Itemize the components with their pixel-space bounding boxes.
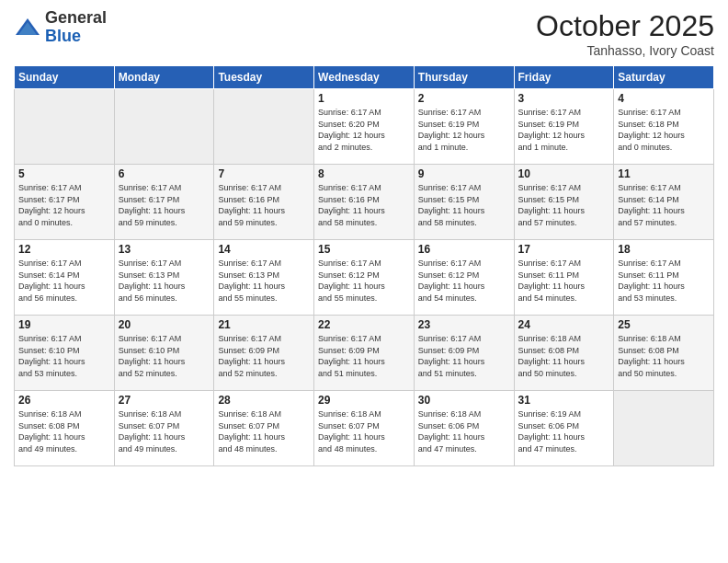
- day-info: Sunrise: 6:17 AM Sunset: 6:10 PM Dayligh…: [18, 333, 110, 379]
- day-number: 29: [318, 394, 410, 407]
- day-number: 27: [119, 394, 210, 407]
- calendar-cell: 21Sunrise: 6:17 AM Sunset: 6:09 PM Dayli…: [214, 316, 314, 391]
- day-number: 6: [119, 167, 210, 180]
- logo-text: General Blue: [45, 9, 107, 46]
- calendar-cell: [614, 391, 714, 466]
- calendar-cell: 1Sunrise: 6:17 AM Sunset: 6:20 PM Daylig…: [314, 89, 415, 165]
- day-number: 23: [418, 318, 510, 331]
- day-number: 18: [618, 243, 710, 256]
- calendar-cell: 29Sunrise: 6:18 AM Sunset: 6:07 PM Dayli…: [314, 391, 415, 466]
- day-info: Sunrise: 6:17 AM Sunset: 6:16 PM Dayligh…: [318, 182, 410, 228]
- day-info: Sunrise: 6:17 AM Sunset: 6:11 PM Dayligh…: [618, 258, 710, 304]
- day-number: 22: [318, 318, 410, 331]
- day-number: 30: [418, 394, 510, 407]
- logo-blue-text: Blue: [45, 28, 107, 46]
- day-number: 31: [518, 394, 610, 407]
- calendar-cell: 31Sunrise: 6:19 AM Sunset: 6:06 PM Dayli…: [514, 391, 614, 466]
- day-info: Sunrise: 6:17 AM Sunset: 6:14 PM Dayligh…: [18, 258, 110, 304]
- day-number: 1: [318, 92, 410, 105]
- day-info: Sunrise: 6:17 AM Sunset: 6:12 PM Dayligh…: [418, 258, 510, 304]
- day-number: 11: [618, 167, 710, 180]
- calendar-cell: 9Sunrise: 6:17 AM Sunset: 6:15 PM Daylig…: [414, 165, 514, 240]
- weekday-header-sunday: Sunday: [15, 66, 115, 89]
- day-info: Sunrise: 6:17 AM Sunset: 6:09 PM Dayligh…: [318, 333, 410, 379]
- calendar-cell: 15Sunrise: 6:17 AM Sunset: 6:12 PM Dayli…: [314, 240, 415, 316]
- week-row-0: 1Sunrise: 6:17 AM Sunset: 6:20 PM Daylig…: [15, 89, 714, 165]
- calendar-cell: 24Sunrise: 6:18 AM Sunset: 6:08 PM Dayli…: [514, 316, 614, 391]
- day-info: Sunrise: 6:18 AM Sunset: 6:08 PM Dayligh…: [18, 408, 110, 454]
- day-number: 14: [218, 243, 310, 256]
- day-info: Sunrise: 6:18 AM Sunset: 6:08 PM Dayligh…: [518, 333, 610, 379]
- day-number: 25: [618, 318, 710, 331]
- day-info: Sunrise: 6:17 AM Sunset: 6:17 PM Dayligh…: [119, 182, 210, 228]
- day-number: 28: [218, 394, 310, 407]
- day-number: 12: [18, 243, 110, 256]
- month-title: October 2025: [536, 9, 714, 43]
- day-number: 24: [518, 318, 610, 331]
- week-row-4: 26Sunrise: 6:18 AM Sunset: 6:08 PM Dayli…: [15, 391, 714, 466]
- day-info: Sunrise: 6:17 AM Sunset: 6:17 PM Dayligh…: [18, 182, 110, 228]
- calendar-cell: 25Sunrise: 6:18 AM Sunset: 6:08 PM Dayli…: [614, 316, 714, 391]
- day-info: Sunrise: 6:18 AM Sunset: 6:07 PM Dayligh…: [218, 408, 310, 454]
- logo: General Blue: [14, 9, 107, 46]
- calendar-page: General Blue October 2025 Tanhasso, Ivor…: [0, 0, 728, 563]
- day-number: 16: [418, 243, 510, 256]
- calendar-cell: 16Sunrise: 6:17 AM Sunset: 6:12 PM Dayli…: [414, 240, 514, 316]
- day-info: Sunrise: 6:17 AM Sunset: 6:09 PM Dayligh…: [418, 333, 510, 379]
- week-row-3: 19Sunrise: 6:17 AM Sunset: 6:10 PM Dayli…: [15, 316, 714, 391]
- calendar-cell: 5Sunrise: 6:17 AM Sunset: 6:17 PM Daylig…: [15, 165, 115, 240]
- day-info: Sunrise: 6:19 AM Sunset: 6:06 PM Dayligh…: [518, 408, 610, 454]
- location: Tanhasso, Ivory Coast: [536, 43, 714, 58]
- calendar-cell: 12Sunrise: 6:17 AM Sunset: 6:14 PM Dayli…: [15, 240, 115, 316]
- day-number: 2: [418, 92, 510, 105]
- day-info: Sunrise: 6:17 AM Sunset: 6:14 PM Dayligh…: [618, 182, 710, 228]
- day-info: Sunrise: 6:17 AM Sunset: 6:13 PM Dayligh…: [119, 258, 210, 304]
- day-number: 7: [218, 167, 310, 180]
- day-info: Sunrise: 6:17 AM Sunset: 6:20 PM Dayligh…: [318, 107, 410, 153]
- day-number: 21: [218, 318, 310, 331]
- day-info: Sunrise: 6:17 AM Sunset: 6:15 PM Dayligh…: [518, 182, 610, 228]
- day-number: 9: [418, 167, 510, 180]
- calendar-cell: 13Sunrise: 6:17 AM Sunset: 6:13 PM Dayli…: [114, 240, 214, 316]
- calendar-cell: [114, 89, 214, 165]
- calendar-cell: [214, 89, 314, 165]
- day-info: Sunrise: 6:17 AM Sunset: 6:11 PM Dayligh…: [518, 258, 610, 304]
- day-number: 19: [18, 318, 110, 331]
- day-number: 3: [518, 92, 610, 105]
- logo-general-text: General: [45, 9, 107, 28]
- calendar-cell: 14Sunrise: 6:17 AM Sunset: 6:13 PM Dayli…: [214, 240, 314, 316]
- day-number: 20: [119, 318, 210, 331]
- weekday-header-tuesday: Tuesday: [214, 66, 314, 89]
- day-number: 17: [518, 243, 610, 256]
- day-number: 26: [18, 394, 110, 407]
- day-info: Sunrise: 6:17 AM Sunset: 6:15 PM Dayligh…: [418, 182, 510, 228]
- weekday-header-thursday: Thursday: [414, 66, 514, 89]
- calendar-cell: 17Sunrise: 6:17 AM Sunset: 6:11 PM Dayli…: [514, 240, 614, 316]
- calendar-cell: 27Sunrise: 6:18 AM Sunset: 6:07 PM Dayli…: [114, 391, 214, 466]
- calendar-cell: 19Sunrise: 6:17 AM Sunset: 6:10 PM Dayli…: [15, 316, 115, 391]
- calendar-cell: 3Sunrise: 6:17 AM Sunset: 6:19 PM Daylig…: [514, 89, 614, 165]
- day-info: Sunrise: 6:17 AM Sunset: 6:19 PM Dayligh…: [518, 107, 610, 153]
- weekday-header-friday: Friday: [514, 66, 614, 89]
- calendar-cell: 2Sunrise: 6:17 AM Sunset: 6:19 PM Daylig…: [414, 89, 514, 165]
- calendar-cell: 11Sunrise: 6:17 AM Sunset: 6:14 PM Dayli…: [614, 165, 714, 240]
- weekday-header-row: SundayMondayTuesdayWednesdayThursdayFrid…: [15, 66, 714, 89]
- title-block: October 2025 Tanhasso, Ivory Coast: [536, 9, 714, 58]
- calendar-cell: [15, 89, 115, 165]
- calendar-cell: 8Sunrise: 6:17 AM Sunset: 6:16 PM Daylig…: [314, 165, 415, 240]
- calendar-table: SundayMondayTuesdayWednesdayThursdayFrid…: [14, 65, 714, 466]
- calendar-cell: 10Sunrise: 6:17 AM Sunset: 6:15 PM Dayli…: [514, 165, 614, 240]
- day-info: Sunrise: 6:18 AM Sunset: 6:07 PM Dayligh…: [318, 408, 410, 454]
- calendar-cell: 30Sunrise: 6:18 AM Sunset: 6:06 PM Dayli…: [414, 391, 514, 466]
- week-row-1: 5Sunrise: 6:17 AM Sunset: 6:17 PM Daylig…: [15, 165, 714, 240]
- calendar-cell: 4Sunrise: 6:17 AM Sunset: 6:18 PM Daylig…: [614, 89, 714, 165]
- header: General Blue October 2025 Tanhasso, Ivor…: [14, 9, 714, 58]
- calendar-cell: 18Sunrise: 6:17 AM Sunset: 6:11 PM Dayli…: [614, 240, 714, 316]
- calendar-cell: 20Sunrise: 6:17 AM Sunset: 6:10 PM Dayli…: [114, 316, 214, 391]
- day-info: Sunrise: 6:17 AM Sunset: 6:09 PM Dayligh…: [218, 333, 310, 379]
- day-info: Sunrise: 6:18 AM Sunset: 6:07 PM Dayligh…: [119, 408, 210, 454]
- calendar-cell: 23Sunrise: 6:17 AM Sunset: 6:09 PM Dayli…: [414, 316, 514, 391]
- day-info: Sunrise: 6:17 AM Sunset: 6:12 PM Dayligh…: [318, 258, 410, 304]
- day-number: 13: [119, 243, 210, 256]
- calendar-cell: 26Sunrise: 6:18 AM Sunset: 6:08 PM Dayli…: [15, 391, 115, 466]
